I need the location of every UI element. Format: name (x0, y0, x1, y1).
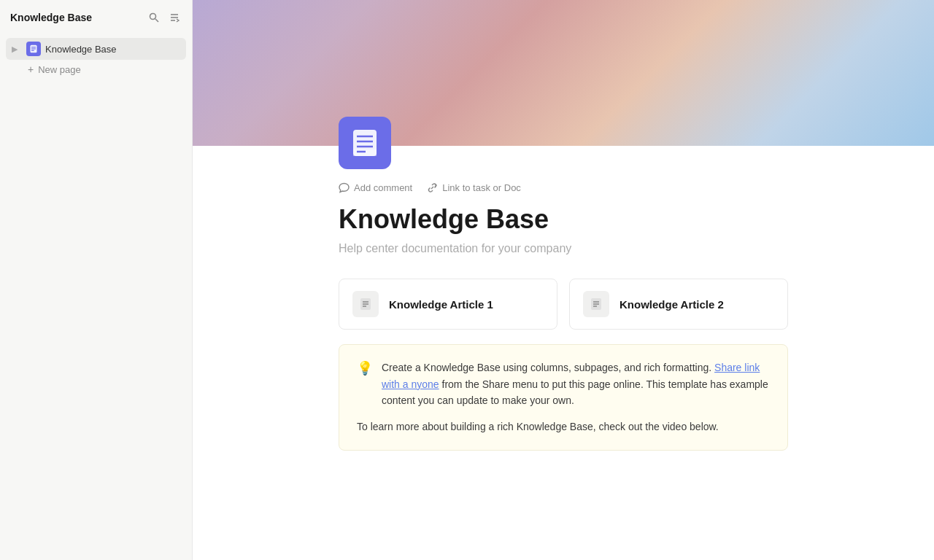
bulb-icon: 💡 (357, 360, 373, 376)
article-card-2-icon (583, 291, 609, 317)
page-icon-wrapper (193, 117, 934, 169)
add-comment-button[interactable]: Add comment (339, 181, 412, 195)
cards-row: Knowledge Article 1 Knowledge Article 2 (339, 279, 788, 330)
sidebar-item-label: Knowledge Base (45, 44, 117, 55)
sidebar-nav: ▶ Knowledge Base + New page (0, 35, 192, 82)
svg-point-0 (150, 14, 156, 20)
link-to-task-label: Link to task or Doc (442, 182, 521, 193)
plus-icon: + (28, 63, 34, 75)
search-button[interactable] (147, 10, 161, 25)
info-row-2: To learn more about building a rich Know… (357, 419, 770, 435)
article-card-2-title: Knowledge Article 2 (620, 298, 724, 311)
sidebar: Knowledge Base ▶ (0, 0, 193, 560)
sidebar-header: Knowledge Base (0, 0, 192, 35)
info-row-1: 💡 Create a Knowledge Base using columns,… (357, 359, 770, 408)
page-icon (339, 117, 391, 169)
info-text-before-link: Create a Knowledge Base using columns, s… (382, 362, 714, 373)
page-content: Add comment Link to task or Doc Knowledg… (193, 169, 934, 480)
sidebar-icons (147, 10, 182, 25)
knowledge-base-page-icon (26, 42, 41, 56)
svg-line-1 (155, 19, 158, 22)
link-to-task-button[interactable]: Link to task or Doc (427, 181, 521, 195)
info-box: 💡 Create a Knowledge Base using columns,… (339, 344, 788, 451)
svg-rect-13 (353, 149, 377, 156)
page-title: Knowledge Base (339, 203, 788, 235)
main-content: Add comment Link to task or Doc Knowledg… (193, 0, 934, 560)
article-card-1-title: Knowledge Article 1 (389, 298, 493, 311)
info-text-2: To learn more about building a rich Know… (357, 419, 719, 435)
chevron-right-icon: ▶ (12, 44, 22, 54)
action-bar: Add comment Link to task or Doc (339, 181, 788, 195)
article-card-2[interactable]: Knowledge Article 2 (569, 279, 788, 330)
new-page-label: New page (38, 64, 81, 75)
new-page-item[interactable]: + New page (6, 60, 186, 79)
info-text-after-link: from the Share menu to put this page onl… (382, 378, 768, 406)
article-card-1-icon (352, 291, 379, 317)
article-card-1[interactable]: Knowledge Article 1 (339, 279, 557, 330)
info-text-1: Create a Knowledge Base using columns, s… (382, 359, 770, 408)
add-comment-label: Add comment (354, 182, 412, 193)
collapse-sidebar-button[interactable] (167, 10, 182, 25)
sidebar-item-knowledge-base[interactable]: ▶ Knowledge Base (6, 38, 186, 60)
sidebar-title: Knowledge Base (10, 12, 92, 23)
page-subtitle: Help center documentation for your compa… (339, 242, 788, 255)
